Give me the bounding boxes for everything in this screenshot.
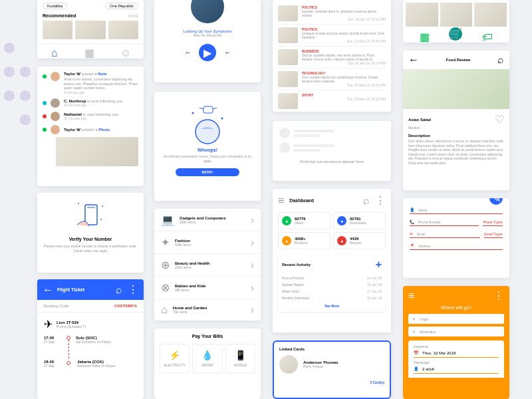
menu-icon[interactable]: ≡ (278, 195, 284, 207)
chevron-right-icon: › (251, 214, 254, 226)
pill[interactable]: Kudalika (43, 3, 67, 9)
activity-row[interactable]: Monthly Download10 Jan 18 (282, 295, 382, 301)
name-field[interactable]: Name (418, 208, 427, 212)
back-icon[interactable]: ← (408, 54, 419, 66)
category-row[interactable]: ⌂Home and Garden73k Items› (154, 299, 261, 321)
screen-title: Food Review (446, 58, 470, 62)
svg-line-7 (200, 108, 203, 109)
activity-row[interactable]: Share Story17 Jan 18 (282, 288, 382, 295)
retry-button[interactable]: RETRY (176, 168, 239, 176)
profile-icon[interactable]: ☺ (120, 47, 131, 59)
search-icon[interactable]: ⌕ (497, 54, 504, 66)
origin-input[interactable]: Origin (420, 317, 428, 321)
address-field[interactable]: Address (418, 244, 430, 248)
news-item[interactable]: SPORTTue, 09 Mar 15, 03:23 PM (278, 90, 386, 112)
screen-title: Flight Ticket (57, 287, 84, 292)
avatar[interactable] (51, 98, 60, 108)
bill-item[interactable]: 💧WATER (192, 344, 222, 373)
news-thumb (278, 5, 298, 21)
news-item[interactable]: BUSINESSSed ac sodales sapien, nec enim … (278, 47, 386, 68)
stat-card[interactable]: ●92776Views (278, 212, 331, 229)
menu-icon[interactable]: ≡ (408, 290, 414, 302)
avatar[interactable] (51, 125, 60, 134)
play-button[interactable]: ▶ (199, 44, 216, 61)
bill-item[interactable]: ⚡ELECTRICITY (160, 344, 190, 373)
search-icon[interactable]: ⌕ (116, 284, 122, 296)
email-field[interactable]: Email (417, 232, 426, 236)
avatar[interactable] (279, 355, 298, 374)
chevron-down-icon[interactable]: ▾ (501, 220, 503, 224)
category-row[interactable]: ✦Fashion530k Items› (154, 231, 261, 254)
stat-card[interactable]: ●4429Reports (333, 232, 386, 249)
news-item[interactable]: TECHNOLOGYDuis sodales ligula non sceler… (278, 68, 386, 90)
stat-card[interactable]: ●4000+Products (278, 232, 331, 249)
more-icon[interactable]: ⋮ (128, 283, 138, 296)
status-dot (43, 128, 47, 132)
home-icon[interactable]: ⌂ (51, 47, 58, 59)
feed-photo[interactable] (56, 137, 138, 166)
activity-row[interactable]: Post a Product16 Feb 18 (282, 275, 382, 281)
phone-hand-icon (70, 200, 110, 233)
date-input[interactable]: Thus, 10 Mar 2018 (422, 351, 456, 355)
avatar[interactable] (51, 72, 60, 81)
next-icon[interactable]: ⏭ (225, 51, 229, 55)
stat-card[interactable]: ●02791Downloads (333, 212, 386, 229)
back-icon[interactable]: ← (43, 284, 53, 296)
news-thumb (278, 71, 298, 87)
booking-code: CXDT2887A (114, 304, 137, 308)
cart-button[interactable]: 🛒 (449, 27, 462, 41)
calendar-icon: 📅 (414, 350, 418, 355)
news-thumb (278, 93, 298, 109)
timeline-line (68, 340, 69, 358)
thumb[interactable] (43, 21, 72, 39)
hero-img[interactable] (440, 3, 473, 27)
see-more-link[interactable]: See More (282, 304, 382, 308)
bill-item[interactable]: 📱MOBILE (225, 344, 255, 373)
user-location: Paris, France (303, 364, 338, 368)
category-row[interactable]: 💻Gadgets and Computers180k Items› (154, 209, 261, 231)
thumb[interactable] (108, 21, 138, 39)
pill[interactable]: One Republic (105, 3, 138, 9)
svg-point-3 (102, 205, 103, 207)
hero-img[interactable] (406, 3, 438, 27)
category-row[interactable]: ⊗Babies and Kids98k Items› (154, 277, 261, 299)
thumb[interactable] (75, 21, 105, 39)
hero-img[interactable] (474, 3, 507, 27)
activity-row[interactable]: Update Report20 Jan 18 (282, 281, 382, 288)
chevron-right-icon: › (251, 282, 254, 294)
more-icon[interactable]: ⋮ (493, 289, 504, 302)
news-item[interactable]: POLITICSQuisque at ante et purus auctor … (278, 25, 386, 47)
album-art[interactable] (189, 0, 226, 25)
more-link[interactable]: MORE (128, 14, 138, 18)
description-body: Duis tellus metus, elementum a lectus id… (408, 139, 504, 165)
card-count[interactable]: 3 Card(s) (279, 380, 384, 384)
person-icon: 👤 (410, 207, 414, 212)
phone-type-select[interactable]: Phone Type (483, 220, 501, 224)
destination-input[interactable]: Destination (420, 330, 436, 334)
browse-icon[interactable]: ▦ (84, 47, 94, 59)
svg-point-4 (100, 219, 102, 220)
add-icon[interactable]: + (376, 259, 382, 271)
bills-title: Pay Your Bills (160, 334, 255, 338)
search-icon[interactable]: ⌕ (363, 195, 370, 207)
category-row[interactable]: ⊕Beauty and Health221k Items› (154, 254, 261, 277)
email-icon: ✉ (410, 231, 413, 236)
prev-icon[interactable]: ⏮ (186, 51, 190, 55)
chevron-down-icon[interactable]: ▾ (501, 232, 503, 236)
linked-title: Linked Cards (279, 347, 384, 351)
email-type-select[interactable]: Email Type (484, 232, 501, 236)
grid-icon[interactable]: ▦ (420, 31, 430, 43)
artist: Who He Should Be (154, 33, 261, 37)
fab-button[interactable]: ✎ (489, 198, 503, 205)
error-msg: No internet connections found. Check you… (162, 154, 253, 163)
heart-icon[interactable]: ♡ (495, 113, 504, 126)
avatar[interactable] (51, 112, 60, 121)
chevron-right-icon: › (251, 304, 254, 316)
more-icon[interactable]: ⋮ (375, 194, 386, 207)
status-dot (43, 114, 47, 118)
tag-icon[interactable]: 🏷 (482, 31, 493, 43)
news-item[interactable]: POLITICSsuscipit, molestie diam in, plac… (278, 3, 386, 25)
svg-point-10 (221, 118, 223, 120)
phone-field[interactable]: Phone Number (418, 220, 441, 224)
passenger-input[interactable]: 2 adult (422, 367, 434, 371)
